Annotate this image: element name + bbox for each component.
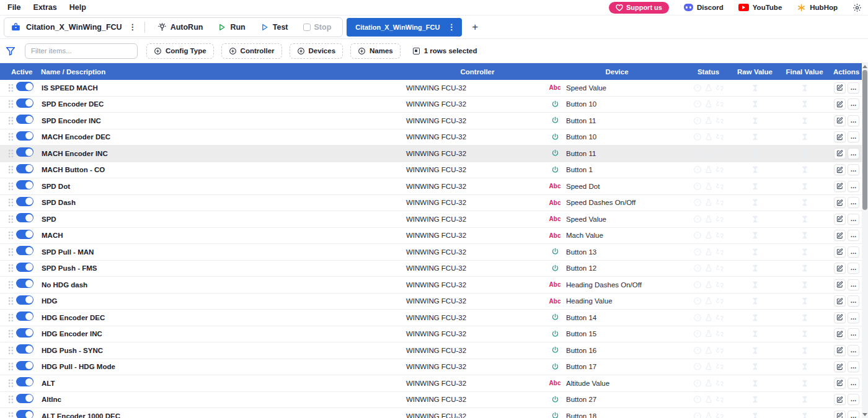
menu-file[interactable]: File	[1, 3, 27, 12]
gear-icon[interactable]	[852, 3, 862, 12]
more-actions-button[interactable]: …	[848, 214, 859, 225]
config-row[interactable]: MACH Encoder INC WINWING FCU-32 Button 1…	[0, 146, 862, 162]
edit-button[interactable]	[834, 328, 846, 339]
more-actions-button[interactable]: …	[848, 411, 859, 418]
youtube-link[interactable]: YouTube	[738, 4, 782, 11]
config-row[interactable]: SPD Encoder DEC WINWING FCU-32 Button 10…	[0, 97, 862, 113]
active-toggle[interactable]	[16, 344, 33, 354]
support-us-button[interactable]: Support us	[609, 2, 669, 14]
config-row[interactable]: SPD Push - FMS WINWING FCU-32 Button 12 …	[0, 261, 862, 277]
drag-handle-icon[interactable]	[0, 412, 16, 418]
config-row[interactable]: ALT Encoder 1000 DEC WINWING FCU-32 Butt…	[0, 408, 862, 418]
edit-button[interactable]	[834, 295, 846, 307]
drag-handle-icon[interactable]	[0, 84, 16, 92]
menu-extras[interactable]: Extras	[27, 3, 63, 12]
more-actions-button[interactable]: …	[848, 181, 859, 192]
filter-chip-controller[interactable]: Controller	[221, 43, 282, 59]
drag-handle-icon[interactable]	[0, 346, 16, 355]
column-header-name[interactable]: Name / Description	[41, 68, 406, 76]
run-button[interactable]: Run	[213, 23, 250, 32]
config-row[interactable]: SPD Encoder INC WINWING FCU-32 Button 11…	[0, 113, 862, 129]
edit-button[interactable]	[834, 181, 846, 192]
active-toggle[interactable]	[16, 131, 33, 141]
config-row[interactable]: SPD Dash WINWING FCU-32 Abc Speed Dashes…	[0, 195, 862, 212]
filter-items-input[interactable]	[25, 43, 138, 59]
drag-handle-icon[interactable]	[0, 116, 16, 125]
tab-kebab-icon[interactable]: ⋮	[447, 23, 456, 31]
project-menu-kebab-icon[interactable]: ⋮	[128, 23, 137, 31]
autorun-button[interactable]: AutoRun	[153, 22, 208, 32]
more-actions-button[interactable]: …	[848, 164, 859, 175]
more-actions-button[interactable]: …	[848, 197, 859, 208]
edit-button[interactable]	[834, 197, 846, 208]
active-toggle[interactable]	[16, 98, 33, 108]
drag-handle-icon[interactable]	[0, 281, 16, 289]
test-button[interactable]: Test	[255, 23, 293, 32]
config-row[interactable]: MACH Encoder DEC WINWING FCU-32 Button 1…	[0, 129, 862, 146]
scrollbar-thumb[interactable]	[862, 70, 867, 210]
config-row[interactable]: HDG Pull - HDG Mode WINWING FCU-32 Butto…	[0, 359, 862, 376]
drag-handle-icon[interactable]	[0, 379, 16, 388]
vertical-scrollbar[interactable]	[862, 63, 868, 418]
more-actions-button[interactable]: …	[848, 361, 859, 372]
discord-link[interactable]: Discord	[684, 4, 724, 11]
config-row[interactable]: HDG Push - SYNC WINWING FCU-32 Button 16…	[0, 342, 862, 359]
active-toggle[interactable]	[16, 197, 33, 206]
more-actions-button[interactable]: …	[848, 295, 859, 307]
more-actions-button[interactable]: …	[848, 82, 859, 94]
edit-button[interactable]	[834, 164, 846, 175]
active-toggle[interactable]	[16, 410, 33, 418]
drag-handle-icon[interactable]	[0, 165, 16, 174]
edit-button[interactable]	[834, 378, 846, 389]
config-row[interactable]: ALT WINWING FCU-32 Abc Altitude Value …	[0, 375, 862, 392]
active-toggle[interactable]	[16, 394, 33, 403]
tab-citation-x-winwing-fcu[interactable]: Citation_X_WinWing_FCU ⋮	[347, 18, 462, 37]
config-row[interactable]: No HDG dash WINWING FCU-32 Abc Heading D…	[0, 277, 862, 294]
more-actions-button[interactable]: …	[848, 148, 859, 159]
active-toggle[interactable]	[16, 164, 33, 173]
config-row[interactable]: HDG Encoder INC WINWING FCU-32 Button 15…	[0, 326, 862, 343]
add-tab-button[interactable]: +	[468, 20, 482, 33]
active-toggle[interactable]	[16, 295, 33, 305]
menu-help[interactable]: Help	[63, 3, 92, 12]
hubhop-link[interactable]: HubHop	[797, 3, 838, 12]
active-toggle[interactable]	[16, 230, 33, 239]
drag-handle-icon[interactable]	[0, 362, 16, 371]
more-actions-button[interactable]: …	[848, 98, 859, 110]
drag-handle-icon[interactable]	[0, 313, 16, 322]
config-row[interactable]: MACH Button - CO WINWING FCU-32 Button 1…	[0, 162, 862, 179]
config-row[interactable]: AltInc WINWING FCU-32 Button 27 …	[0, 392, 862, 409]
active-toggle[interactable]	[16, 147, 33, 157]
edit-button[interactable]	[834, 312, 846, 323]
more-actions-button[interactable]: …	[848, 230, 859, 241]
edit-button[interactable]	[834, 98, 846, 110]
edit-button[interactable]	[834, 115, 846, 126]
edit-button[interactable]	[834, 82, 846, 94]
drag-handle-icon[interactable]	[0, 100, 16, 108]
filter-chip-config-type[interactable]: Config Type	[146, 43, 214, 59]
active-toggle[interactable]	[16, 213, 33, 222]
active-toggle[interactable]	[16, 180, 33, 189]
column-header-status[interactable]: Status	[685, 68, 732, 76]
more-actions-button[interactable]: …	[848, 115, 859, 126]
active-toggle[interactable]	[16, 279, 33, 288]
active-toggle[interactable]	[16, 328, 33, 337]
config-row[interactable]: HDG Encoder DEC WINWING FCU-32 Button 14…	[0, 310, 862, 326]
edit-button[interactable]	[834, 230, 846, 241]
scroll-up-icon[interactable]	[862, 65, 867, 68]
active-toggle[interactable]	[16, 115, 33, 124]
scroll-down-icon[interactable]	[862, 413, 867, 416]
more-actions-button[interactable]: …	[848, 246, 859, 258]
edit-button[interactable]	[834, 214, 846, 225]
more-actions-button[interactable]: …	[848, 263, 859, 274]
active-toggle[interactable]	[16, 263, 33, 272]
config-row[interactable]: IS SPEED MACH WINWING FCU-32 Abc Speed V…	[0, 80, 862, 97]
drag-handle-icon[interactable]	[0, 182, 16, 191]
config-row[interactable]: SPD WINWING FCU-32 Abc Speed Value …	[0, 211, 862, 228]
column-header-controller[interactable]: Controller	[406, 68, 549, 76]
drag-handle-icon[interactable]	[0, 231, 16, 240]
edit-button[interactable]	[834, 361, 846, 372]
filter-chip-names[interactable]: Names	[350, 43, 401, 59]
drag-handle-icon[interactable]	[0, 215, 16, 224]
active-toggle[interactable]	[16, 377, 33, 386]
